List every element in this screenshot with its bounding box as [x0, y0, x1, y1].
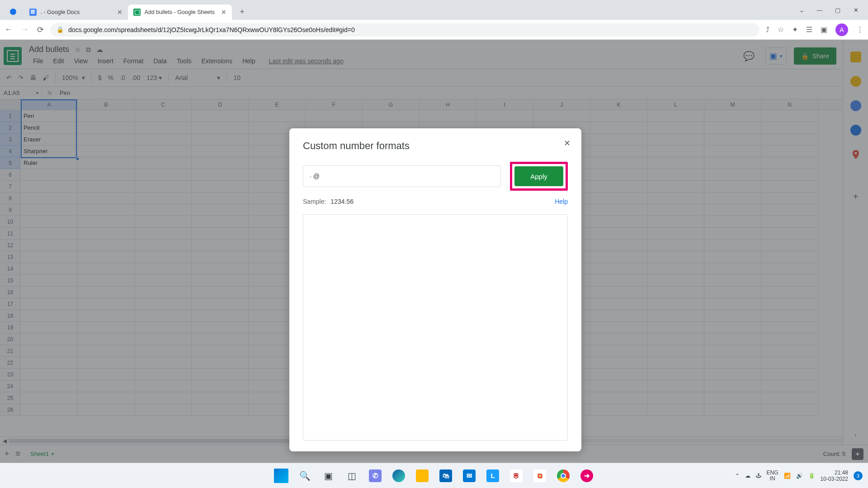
apply-button[interactable]: Apply: [514, 166, 563, 186]
language-indicator[interactable]: ENGIN: [767, 470, 778, 482]
browser-tab-strip: | . - Google Docs ✕ Add bullets - Google…: [0, 0, 868, 20]
close-dialog-button[interactable]: ✕: [564, 138, 571, 148]
annotation-highlight: Apply: [510, 162, 568, 191]
forward-button: →: [21, 25, 29, 34]
chrome-icon[interactable]: [554, 466, 573, 485]
address-bar: ← → ⟳ 🔒 docs.google.com/spreadsheets/d/1…: [0, 20, 868, 40]
browser-tab-sheets[interactable]: Add bullets - Google Sheets ✕: [128, 5, 232, 20]
maximize-button[interactable]: ▢: [834, 7, 842, 14]
back-button[interactable]: ←: [5, 25, 13, 34]
microsoft-store-icon[interactable]: 🛍: [436, 466, 455, 485]
reading-list-icon[interactable]: ☰: [806, 25, 812, 34]
custom-number-format-dialog: Custom number formats ✕ Apply Sample: 12…: [289, 128, 581, 451]
close-tab-icon[interactable]: ✕: [117, 9, 123, 16]
chrome-menu-icon[interactable]: ⋮: [856, 25, 863, 34]
task-view-icon[interactable]: ▣: [319, 466, 338, 485]
close-window-button[interactable]: ✕: [852, 7, 860, 14]
recording-indicator-icon: [10, 9, 16, 15]
bookmark-icon[interactable]: ☆: [778, 25, 784, 34]
clock[interactable]: 21:4810-03-2022: [821, 469, 848, 482]
app-icon[interactable]: L: [483, 466, 502, 485]
battery-icon[interactable]: 🔋: [808, 473, 815, 479]
dialog-title: Custom number formats: [303, 140, 568, 152]
file-explorer-icon[interactable]: [413, 466, 432, 485]
minimize-button[interactable]: —: [816, 7, 824, 14]
share-page-icon[interactable]: ⤴: [766, 26, 769, 34]
reload-button[interactable]: ⟳: [37, 25, 44, 35]
office-icon[interactable]: ⧉: [530, 466, 549, 485]
wifi-icon[interactable]: 📶: [784, 473, 791, 479]
url-field[interactable]: 🔒 docs.google.com/spreadsheets/d/12jOZ5I…: [50, 23, 760, 37]
profile-avatar[interactable]: A: [835, 23, 848, 36]
google-sheets-icon: [133, 9, 141, 16]
tab-title: . - Google Docs: [40, 9, 113, 15]
windows-taskbar: 🔍 ▣ ◫ ✆ 🛍 ✉ L ⛨ ⧉ ➜ ⌃ ☁ 🕹 ENGIN 📶 🔊 🔋 21…: [0, 463, 868, 488]
volume-icon[interactable]: 🔊: [796, 473, 803, 479]
tray-app-icon[interactable]: 🕹: [756, 473, 761, 479]
tab-search-icon[interactable]: ⌄: [797, 7, 806, 14]
onedrive-icon[interactable]: ☁: [745, 473, 750, 479]
format-list-box[interactable]: [303, 214, 568, 441]
sample-label: Sample:: [303, 198, 326, 205]
window-controls: ⌄ — ▢ ✕: [789, 7, 868, 14]
tab-title: Add bullets - Google Sheets: [144, 9, 217, 15]
sidepanel-icon[interactable]: ▣: [821, 25, 827, 34]
tray-overflow-icon[interactable]: ⌃: [735, 473, 740, 479]
google-docs-icon: [29, 9, 37, 16]
url-text: docs.google.com/spreadsheets/d/12jOZ5Icw…: [68, 26, 355, 33]
app-icon-pink[interactable]: ➜: [577, 466, 596, 485]
mcafee-icon[interactable]: ⛨: [507, 466, 526, 485]
widgets-icon[interactable]: ◫: [342, 466, 361, 485]
format-input[interactable]: [303, 165, 501, 187]
mail-icon[interactable]: ✉: [460, 466, 479, 485]
chat-icon[interactable]: ✆: [366, 466, 385, 485]
edge-icon[interactable]: [389, 466, 408, 485]
taskbar-search-icon[interactable]: 🔍: [295, 466, 314, 485]
lock-icon: 🔒: [57, 26, 64, 33]
new-tab-button[interactable]: +: [236, 5, 248, 18]
close-tab-icon[interactable]: ✕: [221, 9, 226, 16]
sample-value: 1234.56: [330, 198, 354, 205]
help-link[interactable]: Help: [555, 198, 568, 205]
notification-badge[interactable]: 3: [854, 471, 863, 480]
start-button[interactable]: [272, 466, 291, 485]
extensions-icon[interactable]: ✦: [792, 25, 798, 34]
browser-tab-docs[interactable]: . - Google Docs ✕: [24, 5, 128, 20]
